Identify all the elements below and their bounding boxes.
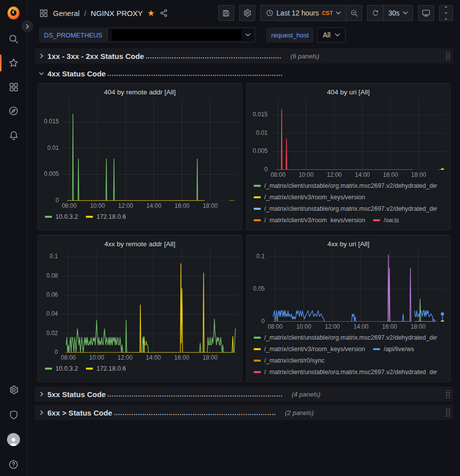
save-icon [222, 9, 230, 17]
plot-canvas[interactable] [63, 98, 238, 201]
row-1xx-3xx-2xx[interactable]: 1xx - 3xx - 2xx Status Code ............… [35, 48, 453, 63]
star-filled-icon[interactable]: ★ [147, 9, 155, 17]
y-tick-label: 0 [261, 318, 265, 325]
row-leader-dots: ........................................… [145, 52, 281, 60]
legend-swatch [254, 348, 261, 350]
legend-item[interactable]: 172.18.0.6 [86, 363, 126, 374]
legend-item[interactable]: /_matrix/client/unstable/org.matrix.msc2… [254, 366, 437, 375]
y-tick-label: 0.01 [47, 144, 59, 151]
legend-item[interactable]: /_matrix/client/unstable/org.matrix.msc2… [254, 332, 437, 343]
variable-label-request-host[interactable]: request_host [266, 27, 314, 42]
x-axis-labels: 08:0010:0012:0014:0016:0018:00 [62, 353, 238, 362]
panel-title[interactable]: 4xx by uri [All] [251, 238, 446, 250]
panel-title[interactable]: 404 by remote addr [All] [42, 86, 238, 98]
plot-canvas[interactable] [272, 98, 446, 170]
variable-select-request-host[interactable]: All [317, 27, 346, 42]
panel-4xx-by-uri: 4xx by uri [All] 00.050.1 08:0010:0012:0… [246, 235, 451, 382]
legend-item[interactable]: /_matrix/client/unstable/org.matrix.msc2… [254, 180, 437, 191]
breadcrumb-section[interactable]: General [53, 9, 79, 17]
save-dashboard-button[interactable] [218, 5, 234, 21]
y-tick-label: 0.06 [46, 291, 58, 298]
legend-swatch [254, 196, 261, 198]
x-axis-labels: 08:0010:0012:0014:0016:0018:00 [63, 201, 238, 210]
plot-canvas[interactable] [62, 250, 238, 353]
row-panel-count: (4 panels) [292, 391, 321, 398]
legend-item[interactable]: /_matrix/client/r0/sync [254, 355, 325, 366]
help-question-icon [8, 459, 19, 470]
legend-item[interactable]: 10.0.3.2 [45, 363, 78, 374]
share-icon[interactable] [159, 8, 168, 17]
sidebar-item-configuration[interactable] [0, 382, 27, 397]
legend-item[interactable]: /api/live/ws [373, 343, 414, 355]
legend: 10.0.3.2172.18.0.6 [42, 210, 238, 223]
row-drag-handle[interactable] [446, 52, 450, 60]
variable-select-ds-prometheus[interactable] [107, 27, 255, 42]
sidebar-item-alerting[interactable] [0, 127, 27, 142]
zoom-out-button[interactable] [346, 5, 362, 21]
chevron-down-icon [39, 71, 44, 76]
legend-swatch [373, 348, 380, 350]
chevron-right-icon [39, 410, 44, 415]
apps-grid-icon [8, 82, 19, 92]
legend-item[interactable]: /_matrix/client/v3/room_keys/version [254, 343, 365, 355]
x-tick-label: 18:00 [409, 171, 429, 178]
legend-item[interactable]: /_matrix/client/v3/room_keys/version [254, 214, 365, 223]
x-tick-label: 10:00 [296, 171, 316, 178]
time-range-picker[interactable]: Last 12 hours CST [260, 5, 347, 21]
x-tick-label: 10:00 [87, 202, 107, 209]
chart-area: 00.020.040.060.080.1 [42, 250, 238, 353]
x-tick-label: 16:00 [380, 323, 400, 330]
row-5xx[interactable]: 5xx Status Code ........................… [35, 387, 453, 402]
timezone-label: CST [322, 10, 333, 16]
row-4xx[interactable]: 4xx Status Code ........................… [35, 67, 453, 80]
y-tick-label: 0.005 [253, 147, 268, 154]
chevron-right-icon [39, 392, 44, 397]
row-6xx[interactable]: 6xx > Status Code ......................… [35, 405, 453, 420]
legend-label: /_matrix/client/unstable/org.matrix.msc2… [264, 205, 437, 212]
legend-swatch [254, 371, 261, 373]
legend-label: 10.0.3.2 [55, 213, 78, 220]
sidebar-item-search[interactable] [0, 31, 27, 46]
y-axis-labels: 00.050.1 [251, 250, 269, 322]
refresh-button[interactable] [367, 5, 383, 21]
row-drag-handle[interactable] [446, 390, 450, 398]
sidebar-item-profile[interactable] [0, 432, 27, 447]
variable-label-ds-prometheus[interactable]: DS_PROMETHEUS [39, 27, 107, 42]
sidebar-item-dashboards[interactable] [0, 79, 27, 94]
legend-item[interactable]: /_matrix/client/v3/room_keys/version [254, 191, 365, 203]
legend-item[interactable]: 10.0.3.2 [45, 211, 78, 222]
tv-mode-button[interactable] [418, 5, 434, 21]
plot-canvas[interactable] [269, 250, 446, 322]
kebab-menu-button[interactable] [439, 5, 453, 21]
sidebar-item-explore[interactable] [0, 103, 27, 118]
sidebar-item-help[interactable] [0, 457, 27, 472]
time-range-label: Last 12 hours [277, 9, 319, 17]
variable-value: All [323, 31, 331, 39]
gear-icon [243, 8, 252, 17]
shield-icon [8, 410, 19, 420]
dashboard-title: NGINX PROXY [91, 9, 143, 17]
row-drag-handle[interactable] [446, 409, 450, 417]
search-icon [8, 33, 19, 44]
dashboard-settings-button[interactable] [239, 5, 255, 21]
panel-title[interactable]: 4xx by remote addr [All] [42, 238, 238, 250]
x-tick-label: 18:00 [200, 354, 220, 361]
refresh-interval-picker[interactable]: 30s [383, 5, 413, 21]
legend: 10.0.3.2172.18.0.6 [42, 362, 238, 375]
legend-item[interactable]: /_matrix/client/unstable/org.matrix.msc2… [254, 203, 437, 214]
x-tick-label: 14:00 [353, 171, 373, 178]
x-tick-label: 16:00 [381, 171, 401, 178]
sidebar-expand-button[interactable] [21, 20, 33, 32]
sidebar-item-starred[interactable] [0, 55, 27, 70]
legend-item[interactable]: 172.18.0.6 [86, 211, 126, 222]
redacted-value [112, 29, 241, 40]
panel-title[interactable]: 404 by uri [All] [251, 86, 446, 98]
dashboard-scroll-area: 1xx - 3xx - 2xx Status Code ............… [27, 45, 460, 420]
legend: /_matrix/client/unstable/org.matrix.msc2… [251, 331, 446, 375]
legend-item[interactable]: /sw.js [373, 214, 399, 223]
sidebar-item-server-admin[interactable] [0, 407, 27, 422]
bell-alerting-icon [8, 130, 19, 140]
y-tick-label: 0.005 [44, 170, 59, 177]
grafana-logo[interactable] [6, 5, 21, 20]
legend-label: 172.18.0.6 [96, 213, 126, 220]
